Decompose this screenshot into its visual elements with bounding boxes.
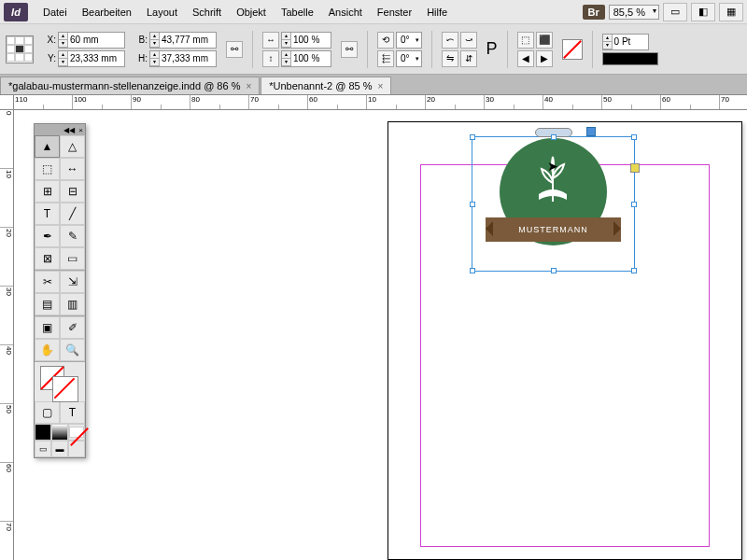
zoom-tool[interactable]: 🔍 [60, 339, 85, 361]
note-tool[interactable]: ▣ [35, 316, 60, 339]
x-label: X: [43, 35, 56, 45]
menu-type[interactable]: Schrift [185, 3, 229, 21]
constrain-wh-icon[interactable]: ⚯ [226, 41, 243, 58]
page-tool[interactable]: ⬚ [35, 158, 60, 180]
close-icon[interactable]: × [246, 81, 251, 91]
gradient-feather-tool[interactable]: ▥ [60, 293, 85, 315]
selection-tool[interactable]: ▲ [35, 135, 60, 158]
formatting-text-icon[interactable]: T [60, 401, 85, 424]
character-p-icon[interactable]: P [486, 39, 498, 59]
document-tab-1[interactable]: *galabau-mustermann-stellenanzeige.indd … [0, 77, 260, 94]
x-input[interactable]: ▴▾ [58, 32, 125, 49]
menu-edit[interactable]: Bearbeiten [75, 3, 139, 21]
pen-tool[interactable]: ✒ [35, 225, 60, 247]
select-content-icon[interactable]: ⬛ [536, 32, 553, 49]
preview-view-icon[interactable]: ▬ [51, 441, 68, 457]
height-input[interactable]: ▴▾ [149, 50, 217, 67]
cursor-icon: ➤ [547, 159, 558, 174]
vertical-ruler[interactable]: 0102030405060708090100110120130 [0, 110, 14, 560]
resize-handle[interactable] [551, 268, 557, 273]
stroke-weight-input[interactable]: ▴▾ [602, 34, 649, 50]
type-tool[interactable]: T [35, 203, 60, 225]
content-collector-tool[interactable]: ⊞ [35, 180, 60, 203]
zoom-level-select[interactable]: 85,5 % [609, 5, 659, 20]
resize-handle[interactable] [470, 134, 475, 140]
apply-color-icon[interactable] [35, 424, 51, 441]
select-next-icon[interactable]: ▶ [536, 50, 553, 67]
gradient-swatch-tool[interactable]: ▤ [35, 293, 60, 315]
apply-none-icon[interactable] [68, 424, 85, 441]
scissors-tool[interactable]: ✂ [35, 271, 60, 293]
resize-handle[interactable] [470, 202, 475, 207]
eyedropper-tool[interactable]: ✐ [60, 316, 85, 339]
selection-frame[interactable] [472, 136, 635, 272]
scale-x-icon: ↔ [262, 32, 279, 49]
rectangle-tool[interactable]: ▭ [60, 247, 85, 270]
stroke-style-select[interactable] [602, 52, 658, 65]
menu-view[interactable]: Ansicht [321, 3, 370, 21]
document-tab-2[interactable]: *Unbenannt-2 @ 85 %× [261, 77, 391, 94]
rotate-cw-icon[interactable]: ⤻ [460, 32, 477, 49]
link-badge-icon[interactable] [586, 127, 596, 136]
direct-selection-tool[interactable]: △ [60, 135, 85, 158]
view-options-icon[interactable]: ▭ [663, 3, 687, 21]
rectangle-frame-tool[interactable]: ⊠ [35, 247, 60, 270]
y-input[interactable]: ▴▾ [58, 50, 125, 67]
w-label: B: [134, 35, 148, 45]
resize-handle[interactable] [631, 268, 637, 273]
y-label: Y: [43, 53, 56, 63]
screen-mode-icon[interactable]: ◧ [691, 3, 715, 21]
resize-handle[interactable] [631, 134, 637, 140]
menu-file[interactable]: Datei [35, 3, 75, 21]
shear-input[interactable]: 0° [396, 50, 422, 67]
h-label: H: [134, 53, 148, 63]
live-corner-icon[interactable] [630, 163, 640, 173]
width-input[interactable]: ▴▾ [149, 32, 217, 49]
resize-handle[interactable] [470, 268, 475, 273]
rotate-input[interactable]: 0° [396, 32, 422, 49]
hand-tool[interactable]: ✋ [35, 339, 60, 361]
free-transform-tool[interactable]: ⇲ [60, 271, 85, 293]
arrange-icon[interactable]: ▦ [719, 3, 743, 21]
gap-tool[interactable]: ↔ [60, 158, 85, 180]
document-canvas[interactable]: MUSTERMANN ➤ [14, 110, 747, 560]
menu-object[interactable]: Objekt [229, 3, 274, 21]
document-tab-bar: *galabau-mustermann-stellenanzeige.indd … [0, 75, 747, 95]
resize-handle[interactable] [631, 202, 637, 207]
menu-help[interactable]: Hilfe [419, 3, 455, 21]
ruler-origin[interactable] [0, 95, 14, 110]
flip-v-icon[interactable]: ⇵ [460, 50, 477, 67]
resize-handle[interactable] [551, 134, 557, 140]
select-prev-icon[interactable]: ◀ [517, 50, 534, 67]
app-logo-indesign: Id [4, 3, 28, 21]
scale-y-input[interactable]: ▴▾ [281, 50, 331, 67]
menu-bar: Id Datei Bearbeiten Layout Schrift Objek… [0, 0, 747, 24]
fill-stroke-swatch[interactable] [35, 362, 85, 401]
close-icon[interactable]: × [378, 81, 384, 91]
reference-point-grid[interactable] [6, 35, 34, 63]
shear-icon: ⬱ [377, 50, 394, 67]
constrain-scale-icon[interactable]: ⚯ [341, 41, 358, 58]
panel-header[interactable]: ◀◀× [35, 124, 85, 135]
tools-panel[interactable]: ◀◀× ▲ △ ⬚ ↔ ⊞ ⊟ T ╱ ✒ ✎ ⊠ ▭ ✂ ⇲ ▤ ▥ ▣ ✐ … [34, 123, 86, 458]
fill-none-swatch[interactable] [562, 39, 583, 60]
select-container-icon[interactable]: ⬚ [517, 32, 534, 49]
menu-table[interactable]: Tabelle [274, 3, 321, 21]
scale-x-input[interactable]: ▴▾ [281, 32, 331, 49]
menu-window[interactable]: Fenster [370, 3, 419, 21]
menu-layout[interactable]: Layout [139, 3, 185, 21]
apply-gradient-icon[interactable] [51, 424, 68, 441]
control-panel: X:▴▾ Y:▴▾ B:▴▾ H:▴▾ ⚯ ↔▴▾ ↕▴▾ ⚯ ⟲0° ⬱0° … [0, 24, 747, 75]
horizontal-ruler[interactable]: 1101009080706010203040506070809010011012… [14, 95, 747, 110]
normal-view-icon[interactable]: ▭ [35, 441, 51, 457]
rotate-icon: ⟲ [377, 32, 394, 49]
flip-h-icon[interactable]: ⇋ [442, 50, 458, 67]
formatting-container-icon[interactable]: ▢ [35, 401, 60, 424]
scale-y-icon: ↕ [262, 50, 279, 67]
bridge-icon[interactable]: Br [583, 5, 605, 20]
line-tool[interactable]: ╱ [60, 203, 85, 225]
rotate-ccw-icon[interactable]: ⤺ [442, 32, 458, 49]
content-placer-tool[interactable]: ⊟ [60, 180, 85, 203]
pencil-tool[interactable]: ✎ [60, 225, 85, 247]
